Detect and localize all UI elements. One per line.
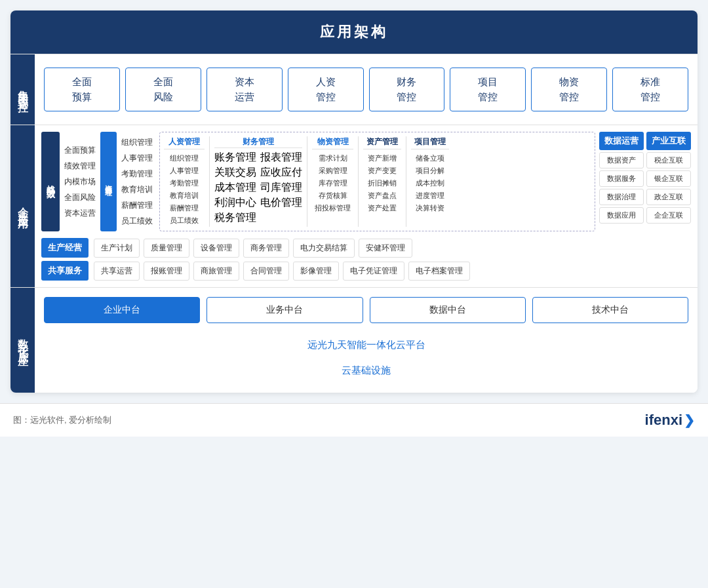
shengchan-item-3: 商务管理 — [243, 239, 289, 258]
industry-item-1: 银企互联 — [646, 170, 691, 187]
caiwu-c2-3: 电价管理 — [260, 196, 302, 210]
jituan-item-2: 资本运营 — [206, 68, 283, 111]
zichan-item-1: 资产变更 — [363, 165, 401, 177]
rencai-item-3: 教育培训 — [164, 189, 205, 202]
jituan-grid: 全面预算 全面风险 资本运营 人资管控 财务管控 项目管控 物资管控 标准管控 — [44, 62, 688, 117]
gongxiang-items: 共享运营 报账管理 商旅管理 合同管理 影像管理 电子凭证管理 电子档案管理 — [94, 262, 470, 281]
shengchan-item-4: 电力交易结算 — [293, 239, 355, 258]
cloud-infra: 云基础设施 — [44, 358, 688, 383]
gongxiang-item-2: 商旅管理 — [193, 262, 239, 281]
industry-item-0: 税企互联 — [646, 152, 691, 168]
zichan-title: 资产管理 — [363, 136, 401, 149]
caiwu-c1-0: 账务管理 — [214, 151, 256, 165]
vdiv-4 — [406, 136, 406, 227]
xiangmu-item-0: 储备立项 — [411, 152, 449, 165]
jituan-item-0: 全面预算 — [44, 68, 120, 111]
s2-right-panel: 数据运营 数据资产 数据服务 数据治理 数据应用 产业互联 税企互联 银企互联 … — [599, 132, 691, 231]
jituan-item-7: 标准管控 — [612, 68, 688, 111]
ziyuan-item-5: 员工绩效 — [119, 214, 155, 228]
page-footer: 图：远光软件, 爱分析绘制 ifenxi ❯ — [0, 403, 708, 437]
shengchan-label: 生产经营 — [41, 238, 88, 258]
ziyuan-items: 组织管理 人事管理 考勤管理 教育培训 薪酬管理 员工绩效 — [119, 132, 155, 231]
footer-logo: ifenxi ❯ — [645, 412, 695, 429]
xiangmu-item-4: 决算转资 — [411, 202, 449, 214]
shengchan-row: 生产经营 生产计划 质量管理 设备管理 商务管理 电力交易结算 安健环管理 — [41, 238, 691, 258]
shengchan-item-0: 生产计划 — [94, 239, 140, 258]
gongxiang-item-6: 电子档案管理 — [408, 262, 470, 281]
section-jituan: 集团管控 全面预算 全面风险 资本运营 人资管控 财务管控 项目管控 物资管控 … — [10, 54, 698, 125]
gongxiang-row: 共享服务 共享运营 报账管理 商旅管理 合同管理 影像管理 电子凭证管理 电子档… — [41, 261, 691, 281]
gongxiang-item-4: 影像管理 — [293, 262, 339, 281]
zichan-item-0: 资产新增 — [363, 152, 401, 165]
section-enterprise: 企业应用 战略绩效 全面预算 绩效管理 内模市场 全面风险 资本运营 — [10, 125, 698, 287]
cloud-platform-text: 远光九天智能一体化云平台 — [307, 339, 425, 350]
gongxiang-item-0: 共享运营 — [94, 262, 140, 281]
gongxiang-item-1: 报账管理 — [144, 262, 189, 281]
logo-text: ifenxi — [645, 412, 682, 429]
rencai-item-2: 考勤管理 — [164, 177, 205, 189]
industry-block: 产业互联 税企互联 银企互联 政企互联 企企互联 — [646, 132, 691, 231]
ziyuan-item-1: 人事管理 — [119, 151, 155, 165]
shengchan-item-2: 设备管理 — [193, 239, 239, 258]
section-label-digital: 数字化底座 — [10, 288, 35, 393]
caiwu-c1-4: 税务管理 — [214, 211, 256, 225]
xiangmu-item-3: 进度管理 — [411, 189, 449, 202]
zichan-item-4: 资产处置 — [363, 202, 401, 214]
wuzi-module: 物资管理 需求计划 采购管理 库存管理 存货核算 招投标管理 — [312, 136, 353, 227]
ziyuan-item-2: 考勤管理 — [119, 167, 155, 181]
caiwu-c1-3: 利润中心 — [214, 196, 256, 210]
s2-main-panel: 人资管理 组织管理 人事管理 考勤管理 教育培训 薪酬管理 员工绩效 财务管理 — [159, 132, 595, 231]
gongxiang-item-5: 电子凭证管理 — [343, 262, 404, 281]
zichan-item-3: 资产盘点 — [363, 189, 401, 202]
caiwu-c2-0: 报表管理 — [260, 151, 302, 165]
industry-title: 产业互联 — [646, 132, 691, 150]
ziyuan-item-0: 组织管理 — [119, 136, 155, 149]
zhanglue-items: 全面预算 绩效管理 内模市场 全面风险 资本运营 — [62, 132, 98, 231]
cloud-infra-text: 云基础设施 — [342, 364, 391, 376]
ziyuan-item-4: 薪酬管理 — [119, 199, 155, 212]
zhanglue-item-1: 绩效管理 — [62, 159, 98, 173]
jituan-item-5: 项目管控 — [450, 68, 526, 111]
data-ops-item-3: 数据应用 — [599, 207, 644, 224]
gongxiang-label: 共享服务 — [41, 261, 88, 281]
zichan-item-2: 折旧摊销 — [363, 177, 401, 189]
vdiv-3 — [358, 136, 359, 227]
section-content-jituan: 全面预算 全面风险 资本运营 人资管控 财务管控 项目管控 物资管控 标准管控 — [35, 54, 698, 125]
rencai-item-0: 组织管理 — [164, 152, 205, 165]
digital-platform-3: 技术中台 — [532, 297, 688, 323]
caiwu-col1: 账务管理 关联交易 成本管理 利润中心 税务管理 — [214, 151, 256, 225]
digital-platform-2: 数据中台 — [370, 297, 526, 323]
vdiv-1 — [209, 136, 210, 227]
ziyuan-item-3: 教育培训 — [119, 183, 155, 197]
data-ops-item-2: 数据治理 — [599, 189, 644, 205]
shengchan-item-5: 安健环管理 — [359, 239, 412, 258]
industry-item-3: 企企互联 — [646, 207, 691, 224]
rencai-item-4: 薪酬管理 — [164, 202, 205, 214]
section-label-jituan: 集团管控 — [10, 54, 35, 125]
jituan-item-3: 人资管控 — [288, 68, 364, 111]
caiwu-c1-1: 关联交易 — [214, 166, 256, 180]
industry-item-2: 政企互联 — [646, 189, 691, 205]
jituan-item-1: 全面风险 — [125, 68, 201, 111]
data-ops-item-0: 数据资产 — [599, 152, 644, 168]
caiwu-c2-1: 应收应付 — [260, 166, 302, 180]
caiwu-c2-2: 司库管理 — [260, 181, 302, 195]
xiangmu-title: 项目管理 — [411, 136, 449, 149]
s2-top: 战略绩效 全面预算 绩效管理 内模市场 全面风险 资本运营 资源管理 组织管理 … — [41, 132, 691, 231]
digital-platform-1: 业务中台 — [206, 297, 363, 323]
vdiv-2 — [307, 136, 307, 227]
caiwu-module: 财务管理 账务管理 关联交易 成本管理 利润中心 税务管理 — [214, 136, 302, 227]
data-ops-block: 数据运营 数据资产 数据服务 数据治理 数据应用 — [599, 132, 644, 231]
shengchan-items: 生产计划 质量管理 设备管理 商务管理 电力交易结算 安健环管理 — [94, 239, 412, 258]
zhanglue-item-4: 资本运营 — [62, 206, 98, 220]
caiwu-col2: 报表管理 应收应付 司库管理 电价管理 — [260, 151, 302, 225]
rencai-item-5: 员工绩效 — [164, 214, 205, 227]
rencai-item-1: 人事管理 — [164, 165, 205, 177]
ziyuan-label: 资源管理 — [100, 132, 117, 231]
xiangmu-module: 项目管理 储备立项 项目分解 成本控制 进度管理 决算转资 — [411, 136, 449, 227]
xiangmu-item-1: 项目分解 — [411, 165, 449, 177]
digital-platform-0: 企业中台 — [44, 297, 200, 323]
logo-arrow-icon: ❯ — [684, 412, 695, 428]
data-ops-title: 数据运营 — [599, 132, 644, 150]
s2-body: 战略绩效 全面预算 绩效管理 内模市场 全面风险 资本运营 资源管理 组织管理 … — [41, 132, 691, 281]
